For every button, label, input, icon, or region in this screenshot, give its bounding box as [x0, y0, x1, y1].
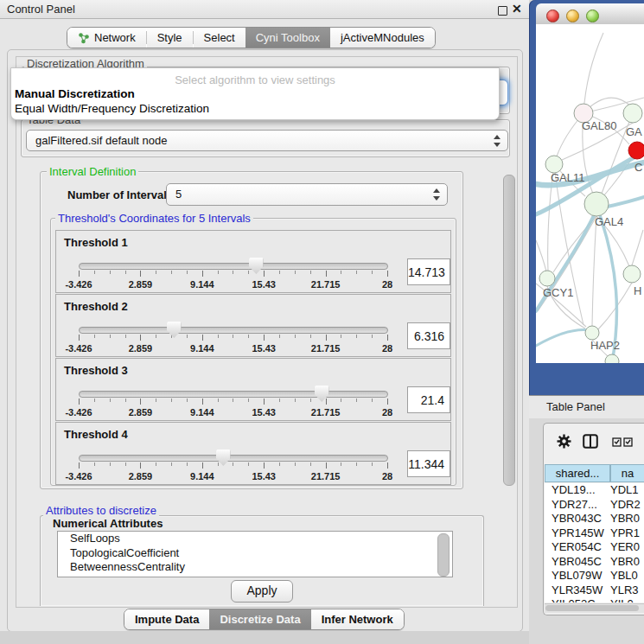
- threshold-1-panel: Threshold 1 -3.426 2.859 9.144 15.43 21.…: [55, 230, 451, 293]
- close-icon[interactable]: ✕: [512, 2, 522, 16]
- node-label-gcy1: GCY1: [543, 286, 573, 299]
- list-item-selfloops[interactable]: SelfLoops: [58, 532, 452, 546]
- tick-label: 9.144: [190, 407, 214, 418]
- tick-label: 2.859: [129, 279, 153, 290]
- cell-shared[interactable]: YBL079W: [545, 569, 610, 583]
- attributes-group-title: Attributes to discretize: [43, 504, 159, 517]
- tab-infer-network[interactable]: Infer Network: [311, 609, 404, 629]
- tab-select[interactable]: Select: [194, 28, 245, 48]
- threshold-1-label: Threshold 1: [64, 236, 128, 249]
- node-hap2: [585, 326, 599, 340]
- tick-label: 28: [382, 407, 392, 418]
- float-window-icon[interactable]: [498, 6, 507, 16]
- cell-shared[interactable]: YIL052C: [545, 597, 610, 603]
- tab-impute-data[interactable]: Impute Data: [124, 609, 209, 629]
- tab-select-label: Select: [204, 31, 235, 44]
- cell-name[interactable]: YBR0: [610, 512, 644, 526]
- cell-shared[interactable]: YER054C: [545, 540, 610, 555]
- threshold-4-value-field[interactable]: 11.344: [407, 450, 450, 477]
- cell-shared[interactable]: YDL19...: [545, 483, 610, 498]
- apply-button[interactable]: Apply: [231, 580, 293, 603]
- threshold-1-value-field[interactable]: 14.713: [407, 258, 450, 285]
- tick-label: -3.426: [65, 471, 92, 481]
- tab-jactivemnodules[interactable]: jActiveMNodules: [330, 28, 435, 48]
- combo-stepper-icon: [433, 188, 441, 201]
- interval-definition-title: Interval Definition: [47, 165, 138, 178]
- threshold-2-slider-track[interactable]: [79, 327, 388, 334]
- numerical-attributes-list: SelfLoops TopologicalCoefficient Between…: [57, 531, 453, 577]
- cell-name[interactable]: YDL1: [610, 483, 644, 498]
- threshold-3-value-field[interactable]: 21.4: [407, 386, 450, 413]
- number-of-intervals-label: Number of Intervals: [67, 188, 173, 201]
- cell-shared[interactable]: YBR045C: [545, 555, 610, 570]
- cell-name[interactable]: YIL0: [610, 597, 644, 603]
- scrollbar-thumb[interactable]: [545, 605, 639, 611]
- network-canvas[interactable]: GAL80 GA GAL11 C GAL4 GCY1 H HAP2: [536, 24, 644, 363]
- threshold-4-panel: Threshold 4 -3.426 2.859 9.144 15.43 21.…: [55, 422, 451, 485]
- panel-vertical-scrollbar[interactable]: [503, 175, 515, 486]
- table-row[interactable]: YIL052CYIL0: [545, 597, 644, 603]
- cell-shared[interactable]: YDR27...: [545, 498, 610, 513]
- threshold-2-value-field[interactable]: 6.316: [407, 322, 450, 349]
- cell-shared[interactable]: YPR145W: [545, 526, 610, 541]
- cell-shared[interactable]: YLR345W: [545, 583, 610, 598]
- menu-item-manual-discretization[interactable]: Manual Discretization: [15, 87, 135, 100]
- split-view-icon[interactable]: [583, 434, 598, 449]
- threshold-2-label: Threshold 2: [64, 300, 128, 313]
- cell-shared[interactable]: YBR043C: [545, 512, 610, 526]
- menu-item-equal-width-frequency[interactable]: Equal Width/Frequency Discretization: [15, 102, 209, 115]
- node-red: [628, 142, 644, 159]
- table-horizontal-scrollbar[interactable]: [545, 603, 644, 613]
- column-header-shared-name[interactable]: shared...: [545, 464, 610, 482]
- cell-name[interactable]: YBR0: [610, 555, 644, 570]
- tick-label: 15.43: [252, 471, 276, 481]
- table-row[interactable]: YLR345WYLR3: [545, 583, 644, 598]
- table-row[interactable]: YBR045CYBR0: [545, 555, 644, 570]
- tick-label: -3.426: [65, 407, 92, 418]
- threshold-1-slider-track[interactable]: [79, 263, 388, 270]
- list-item-betweennesscentrality[interactable]: BetweennessCentrality: [58, 560, 452, 575]
- tab-cyni-toolbox[interactable]: Cyni Toolbox: [245, 28, 330, 48]
- tab-impute-data-label: Impute Data: [135, 613, 199, 626]
- cell-name[interactable]: YLR3: [610, 583, 644, 598]
- mac-zoom-icon[interactable]: [586, 10, 599, 22]
- threshold-2-panel: Threshold 2 -3.426 2.859 9.144 15.43 21.…: [55, 294, 451, 357]
- table-data-combobox[interactable]: galFiltered.sif default node: [26, 130, 508, 151]
- table-row[interactable]: YER054CYER0: [545, 540, 644, 555]
- tick-label: 15.43: [252, 343, 276, 354]
- node-label-cut-h: H: [634, 284, 641, 297]
- number-of-intervals-combobox[interactable]: 5: [166, 183, 448, 206]
- table-row[interactable]: YDL19...YDL1: [545, 483, 644, 498]
- list-item-topologicalcoefficient[interactable]: TopologicalCoefficient: [58, 546, 452, 561]
- cell-name[interactable]: YPR1: [610, 526, 644, 541]
- tick-label: 2.859: [129, 471, 153, 481]
- tab-infer-network-label: Infer Network: [322, 613, 393, 626]
- tab-discretize-data[interactable]: Discretize Data: [209, 609, 310, 629]
- tab-style[interactable]: Style: [147, 28, 193, 48]
- table-row[interactable]: YPR145WYPR1: [545, 526, 644, 541]
- table-row[interactable]: YDR27...YDR2: [545, 498, 644, 513]
- tick-label: 15.43: [252, 407, 276, 418]
- tick-label: 9.144: [190, 471, 214, 481]
- mac-close-icon[interactable]: [546, 10, 559, 22]
- threshold-4-slider-track[interactable]: [79, 455, 388, 462]
- node-gal4: [584, 192, 609, 216]
- cell-name[interactable]: YBL0: [610, 569, 644, 583]
- checkbox-columns-icon[interactable]: [612, 437, 634, 447]
- threshold-3-slider-track[interactable]: [79, 391, 388, 398]
- node-label-gal4: GAL4: [595, 215, 623, 228]
- cell-name[interactable]: YDR2: [610, 498, 644, 513]
- tab-network[interactable]: Network: [67, 28, 146, 48]
- node-gal11: [545, 156, 563, 173]
- mac-minimize-icon[interactable]: [566, 10, 579, 22]
- tick-label: 28: [382, 471, 392, 481]
- attributes-list-scrollbar[interactable]: [437, 533, 450, 577]
- table-row[interactable]: YBL079WYBL0: [545, 569, 644, 583]
- cell-name[interactable]: YER0: [610, 540, 644, 555]
- gear-icon[interactable]: [557, 434, 571, 449]
- network-window-titlebar: [536, 3, 644, 25]
- table-row[interactable]: YBR043CYBR0: [545, 512, 644, 526]
- node-label-cut-c: C: [634, 161, 642, 174]
- table-panel-titlebar: Table Panel: [529, 395, 644, 420]
- column-header-name[interactable]: na: [610, 464, 644, 482]
